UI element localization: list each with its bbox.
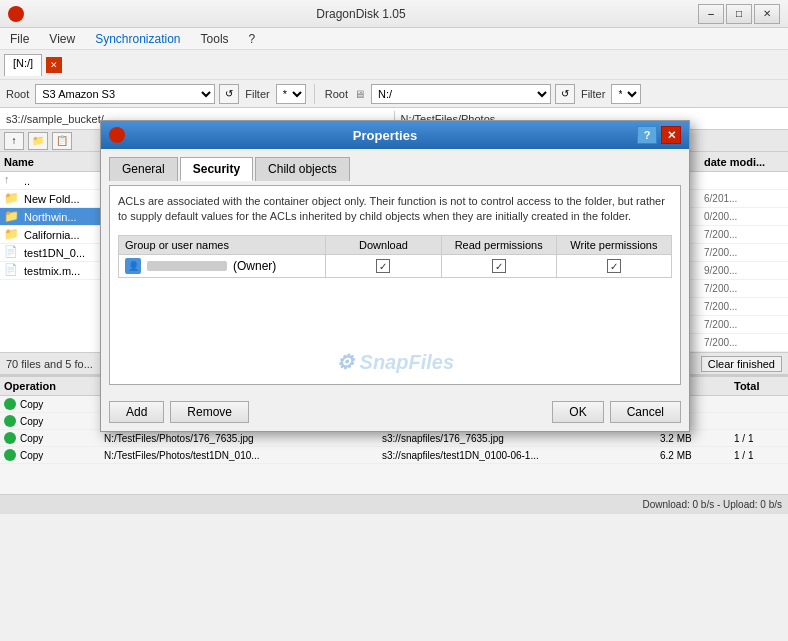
properties-modal: Properties ? ✕ General Security Child ob… xyxy=(100,120,690,432)
col-header-read: Read permissions xyxy=(441,235,556,254)
modal-close-button[interactable]: ✕ xyxy=(661,126,681,144)
tab-row: General Security Child objects xyxy=(109,157,681,181)
tab-child-objects[interactable]: Child objects xyxy=(255,157,350,181)
op-row: Copy N:/TestFiles/Photos/176_7635.jpg s3… xyxy=(0,430,788,447)
add-button[interactable]: Add xyxy=(109,401,164,423)
window-controls: – □ ✕ xyxy=(698,4,780,24)
menu-file[interactable]: File xyxy=(4,30,35,48)
menu-bar: File View Synchronization Tools ? xyxy=(0,28,788,50)
tab-security[interactable]: Security xyxy=(180,157,253,181)
root-filter-bar: Root S3 Amazon S3 ↺ Filter * Root 🖥 N:/ … xyxy=(0,80,788,108)
user-name-blurred xyxy=(147,261,227,271)
user-cell: 👤 (Owner) xyxy=(119,254,326,277)
menu-synchronization[interactable]: Synchronization xyxy=(89,30,186,48)
ops-col-total: Total xyxy=(734,380,784,392)
op-type: Copy xyxy=(20,416,100,427)
modal-footer-left: Add Remove xyxy=(109,401,249,423)
folder-icon: 📁 xyxy=(4,227,20,243)
separator xyxy=(314,84,315,104)
app-icon xyxy=(8,6,24,22)
close-tab-button[interactable]: ✕ xyxy=(46,57,62,73)
transfer-status: Download: 0 b/s - Upload: 0 b/s xyxy=(642,499,782,510)
op-type: Copy xyxy=(20,399,100,410)
modal-content: General Security Child objects ACLs are … xyxy=(101,149,689,393)
modal-help-button[interactable]: ? xyxy=(637,126,657,144)
op-type: Copy xyxy=(20,433,100,444)
user-avatar: 👤 xyxy=(125,258,141,274)
action-btn-2[interactable]: 📁 xyxy=(28,132,48,150)
right-refresh-button[interactable]: ↺ xyxy=(555,84,575,104)
title-bar: DragonDisk 1.05 – □ ✕ xyxy=(0,0,788,28)
watermark: ⚙ SnapFiles xyxy=(336,350,454,374)
op-size: 6.2 MB xyxy=(660,450,730,461)
file-date: 7/200... xyxy=(704,229,784,240)
modal-footer-right: OK Cancel xyxy=(552,401,681,423)
folder-icon: 📁 xyxy=(4,191,20,207)
op-total: 1 / 1 xyxy=(734,450,784,461)
security-tab-panel: ACLs are associated with the container o… xyxy=(109,185,681,385)
file-date: 7/200... xyxy=(704,319,784,330)
op-src: N:/TestFiles/Photos/test1DN_010... xyxy=(104,450,378,461)
left-root-select[interactable]: S3 Amazon S3 xyxy=(35,84,215,104)
write-checkbox[interactable] xyxy=(607,259,621,273)
right-root-label: Root xyxy=(323,88,350,100)
tab-n-drive[interactable]: [N:/] xyxy=(4,54,42,76)
modal-title-bar: Properties ? ✕ xyxy=(101,121,689,149)
tab-general[interactable]: General xyxy=(109,157,178,181)
file-icon: 📄 xyxy=(4,263,20,279)
action-btn-3[interactable]: 📋 xyxy=(52,132,72,150)
close-window-button[interactable]: ✕ xyxy=(754,4,780,24)
right-col-date: date modi... xyxy=(704,156,784,168)
menu-view[interactable]: View xyxy=(43,30,81,48)
toolbar: [N:/] ✕ xyxy=(0,50,788,80)
file-date: 9/200... xyxy=(704,265,784,276)
remove-button[interactable]: Remove xyxy=(170,401,249,423)
file-date: 7/200... xyxy=(704,301,784,312)
maximize-button[interactable]: □ xyxy=(726,4,752,24)
download-perm-cell xyxy=(326,254,441,277)
app-title: DragonDisk 1.05 xyxy=(24,7,698,21)
bottom-status-bar: Download: 0 b/s - Upload: 0 b/s xyxy=(0,494,788,514)
right-root-select[interactable]: N:/ xyxy=(371,84,551,104)
col-header-download: Download xyxy=(326,235,441,254)
ops-col-operation: Operation xyxy=(4,380,104,392)
col-header-write: Write permissions xyxy=(556,235,671,254)
menu-tools[interactable]: Tools xyxy=(195,30,235,48)
file-date: 7/200... xyxy=(704,337,784,348)
right-filter-select[interactable]: * xyxy=(611,84,641,104)
minimize-button[interactable]: – xyxy=(698,4,724,24)
file-date: 7/200... xyxy=(704,283,784,294)
acl-row: 👤 (Owner) xyxy=(119,254,672,277)
left-refresh-button[interactable]: ↺ xyxy=(219,84,239,104)
op-row: Copy N:/TestFiles/Photos/test1DN_010... … xyxy=(0,447,788,464)
file-date: 7/200... xyxy=(704,247,784,258)
up-icon: ↑ xyxy=(4,173,20,189)
left-root-label: Root xyxy=(4,88,31,100)
cancel-button[interactable]: Cancel xyxy=(610,401,681,423)
write-perm-cell xyxy=(556,254,671,277)
read-checkbox[interactable] xyxy=(492,259,506,273)
user-role: (Owner) xyxy=(233,259,276,273)
ok-button[interactable]: OK xyxy=(552,401,603,423)
folder-icon: 📁 xyxy=(4,209,20,225)
col-header-user: Group or user names xyxy=(119,235,326,254)
read-perm-cell xyxy=(441,254,556,277)
success-icon xyxy=(4,432,16,444)
op-src: N:/TestFiles/Photos/176_7635.jpg xyxy=(104,433,378,444)
download-checkbox[interactable] xyxy=(376,259,390,273)
op-size: 3.2 MB xyxy=(660,433,730,444)
success-icon xyxy=(4,449,16,461)
acl-note: ACLs are associated with the container o… xyxy=(118,194,672,225)
acl-table: Group or user names Download Read permis… xyxy=(118,235,672,278)
modal-footer: Add Remove OK Cancel xyxy=(101,393,689,431)
op-total: 1 / 1 xyxy=(734,433,784,444)
success-icon xyxy=(4,415,16,427)
right-filter-label: Filter xyxy=(579,88,607,100)
left-filter-select[interactable]: * xyxy=(276,84,306,104)
action-btn-1[interactable]: ↑ xyxy=(4,132,24,150)
menu-help[interactable]: ? xyxy=(243,30,262,48)
modal-title: Properties xyxy=(133,128,637,143)
op-dst: s3://snapfiles/176_7635.jpg xyxy=(382,433,656,444)
clear-finished-button[interactable]: Clear finished xyxy=(701,356,782,372)
op-type: Copy xyxy=(20,450,100,461)
